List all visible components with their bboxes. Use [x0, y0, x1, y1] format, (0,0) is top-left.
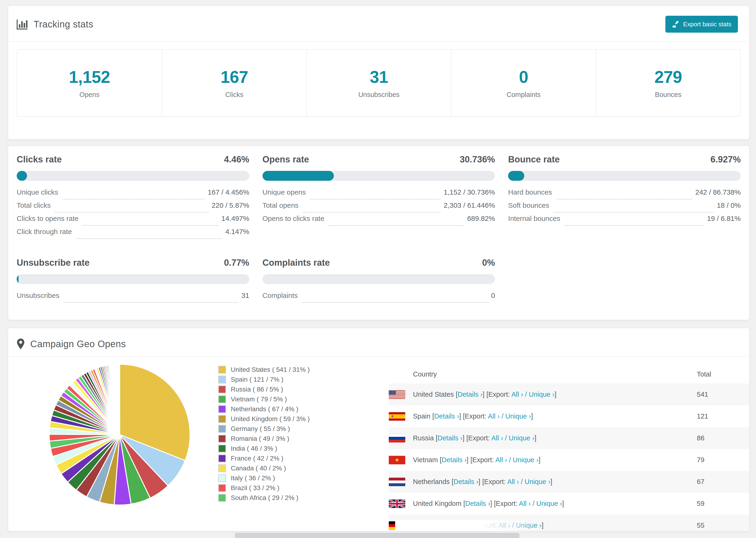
legend-item-south-africa[interactable]: South Africa ( 29 / 2% ) — [218, 493, 389, 503]
rates-grid: Clicks rate 4.46% Unique clicks 167 / 4.… — [17, 154, 741, 305]
rate-section-clicks-rate: Clicks rate 4.46% Unique clicks 167 / 4.… — [17, 154, 249, 241]
details-link[interactable]: Details › — [442, 456, 466, 463]
legend-label: Russia ( 86 / 5% ) — [231, 386, 283, 393]
legend-label: India ( 46 / 3% ) — [231, 445, 277, 452]
progress-bar — [508, 171, 741, 181]
flag-es-icon — [389, 412, 405, 421]
legend-item-romania[interactable]: Romania ( 49 / 3% ) — [218, 434, 389, 444]
legend-item-brazil[interactable]: Brazil ( 33 / 2% ) — [218, 483, 389, 493]
details-link[interactable]: Details › — [445, 521, 469, 529]
export-unique-link[interactable]: Unique › — [513, 456, 539, 463]
dotted-leader — [64, 302, 238, 303]
metric-label: Unsubscribes — [17, 292, 59, 299]
metric-row-unsubscribes: Unsubscribes 31 — [17, 292, 249, 305]
metric-label: Internal bounces — [508, 215, 560, 223]
legend-label: Romania ( 49 / 3% ) — [231, 435, 289, 443]
metric-row-internal-bounces: Internal bounces 19 / 6.81% — [508, 215, 741, 228]
rate-section-complaints-rate: Complaints rate 0% Complaints 0 — [262, 258, 495, 305]
details-link[interactable]: Details › — [458, 391, 482, 398]
export-all-link[interactable]: All › — [488, 412, 500, 420]
legend-item-united-states[interactable]: United States ( 541 / 31% ) — [218, 365, 389, 375]
legend-swatch — [218, 405, 226, 413]
export-unique-link[interactable]: Unique › — [505, 412, 531, 420]
legend-item-spain[interactable]: Spain ( 121 / 7% ) — [218, 375, 389, 385]
export-unique-link[interactable]: Unique › — [529, 391, 555, 398]
progress-bar-fill — [508, 171, 524, 181]
export-all-link[interactable]: All › — [519, 500, 531, 507]
legend-item-italy[interactable]: Italy ( 36 / 2% ) — [218, 473, 389, 483]
stat-value: 167 — [220, 67, 248, 86]
rate-title: Opens rate — [262, 154, 309, 165]
dotted-leader — [553, 212, 714, 213]
country-name: Netherlands — [413, 478, 450, 485]
stat-value: 31 — [370, 67, 388, 86]
legend-item-canada[interactable]: Canada ( 40 / 2% ) — [218, 463, 389, 473]
flag-gb-icon — [389, 500, 405, 508]
rate-value: 30.736% — [460, 154, 495, 165]
rate-value: 0% — [482, 258, 495, 268]
dotted-leader — [565, 225, 704, 226]
rate-section-unsubscribe-rate: Unsubscribe rate 0.77% Unsubscribes 31 — [17, 258, 249, 305]
dotted-leader — [82, 225, 218, 226]
pie-slice-other-country[interactable] — [119, 364, 120, 435]
metric-row-unique-clicks: Unique clicks 167 / 4.456% — [17, 188, 249, 201]
export-unique-link[interactable]: Unique › — [509, 434, 535, 442]
legend-item-france[interactable]: France ( 42 / 2% ) — [218, 454, 389, 463]
metric-label: Total opens — [262, 201, 298, 209]
export-all-link[interactable]: All › — [495, 456, 507, 463]
export-all-link[interactable]: All › — [512, 391, 523, 398]
legend-item-netherlands[interactable]: Netherlands ( 67 / 4% ) — [218, 404, 389, 414]
column-country: Country — [413, 370, 697, 378]
stat-box-bounces: 279 Bounces — [596, 50, 740, 116]
legend-swatch — [218, 435, 226, 443]
metric-row-unique-opens: Unique opens 1,152 / 30.736% — [262, 188, 495, 201]
export-all-link[interactable]: All › — [491, 434, 503, 442]
legend-item-russia[interactable]: Russia ( 86 / 5% ) — [218, 385, 389, 394]
details-link[interactable]: Details › — [465, 500, 490, 507]
metric-label: Total clicks — [17, 201, 51, 209]
stat-box-opens: 1,152 Opens — [17, 50, 162, 116]
dotted-leader — [302, 302, 488, 303]
country-total: 79 — [697, 456, 749, 464]
details-link[interactable]: Details › — [454, 478, 478, 485]
rate-title: Unsubscribe rate — [17, 258, 89, 268]
metric-row-clicks-to-opens-rate: Clicks to opens rate 14.497% — [17, 215, 249, 228]
legend-item-united-kingdom[interactable]: United Kingdom ( 59 / 3% ) — [218, 414, 389, 424]
metric-value: 2,303 / 61.446% — [444, 201, 495, 209]
country-total: 541 — [697, 391, 749, 398]
details-link[interactable]: Details › — [438, 434, 462, 442]
tracking-stats-title: Tracking stats — [33, 19, 93, 29]
dotted-leader — [55, 212, 208, 213]
export-all-link[interactable]: All › — [507, 478, 519, 485]
details-link[interactable]: Details › — [434, 412, 459, 420]
legend-item-germany[interactable]: Germany ( 55 / 3% ) — [218, 424, 389, 434]
progress-bar — [17, 274, 249, 284]
metric-value: 689.82% — [467, 215, 495, 223]
country-total: 121 — [697, 412, 749, 420]
legend-swatch — [218, 445, 226, 453]
metric-value: 14.497% — [221, 215, 249, 223]
dotted-leader — [328, 225, 464, 226]
export-all-link[interactable]: All › — [499, 521, 510, 529]
export-unique-link[interactable]: Unique › — [536, 500, 562, 507]
legend-item-vietnam[interactable]: Vietnam ( 79 / 5% ) — [218, 394, 389, 404]
export-unique-link[interactable]: Unique › — [516, 521, 542, 529]
bottom-scrollbar[interactable] — [235, 533, 519, 538]
legend-swatch — [218, 376, 226, 384]
stat-value: 279 — [654, 67, 682, 86]
metric-label: Unique opens — [262, 188, 306, 196]
stat-box-clicks: 167 Clicks — [162, 50, 306, 116]
legend-swatch — [218, 425, 226, 433]
metric-row-soft-bounces: Soft bounces 18 / 0% — [508, 201, 741, 215]
export-unique-link[interactable]: Unique › — [525, 478, 551, 485]
legend-label: France ( 42 / 2% ) — [231, 455, 283, 462]
legend-label: Brazil ( 33 / 2% ) — [231, 484, 279, 492]
rate-head: Unsubscribe rate 0.77% — [17, 258, 249, 267]
legend-label: South Africa ( 29 / 2% ) — [231, 494, 298, 502]
legend-item-india[interactable]: India ( 46 / 3% ) — [218, 444, 389, 454]
metric-row-complaints: Complaints 0 — [262, 292, 495, 305]
export-basic-stats-button[interactable]: Export basic stats — [665, 16, 738, 32]
country-name: Germany — [413, 521, 441, 529]
legend-swatch — [218, 455, 226, 462]
metric-value: 0 — [491, 292, 495, 299]
